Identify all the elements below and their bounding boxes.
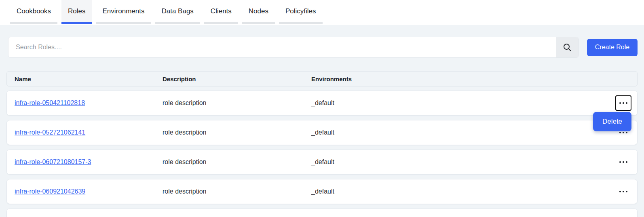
ellipsis-horizontal-icon [619, 191, 621, 192]
row-actions: Delete [615, 95, 631, 111]
role-environment: _default [311, 129, 615, 136]
tab-nodes[interactable]: Nodes [242, 0, 275, 24]
name-cell: infra-role-050421102818 [15, 99, 163, 107]
role-environment: _default [311, 188, 615, 195]
role-name-link[interactable]: infra-role-052721062141 [15, 129, 85, 136]
tab-label: Roles [68, 7, 85, 15]
role-description: role description [163, 188, 311, 195]
ellipsis-horizontal-icon [619, 102, 621, 104]
tab-bar: Cookbooks Roles Environments Data Bags C… [0, 0, 644, 25]
tab-label: Clients [211, 7, 232, 15]
create-role-button[interactable]: Create Role [587, 39, 638, 56]
search-bar [8, 37, 579, 58]
tab-label: Policyfiles [285, 7, 316, 15]
ellipsis-horizontal-icon [619, 161, 621, 163]
tab-roles[interactable]: Roles [61, 0, 92, 24]
row-actions [615, 154, 631, 170]
row-menu-button[interactable] [615, 95, 631, 111]
ellipsis-horizontal-icon [619, 132, 621, 133]
tab-list: Cookbooks Roles Environments Data Bags C… [10, 0, 323, 25]
delete-button[interactable]: Delete [593, 112, 631, 131]
tab-cookbooks[interactable]: Cookbooks [10, 0, 57, 24]
role-name-link[interactable]: infra-role-050421102818 [15, 99, 85, 106]
search-button[interactable] [556, 37, 579, 57]
name-cell: infra-role-060921042639 [15, 188, 163, 195]
row-actions [615, 184, 631, 199]
table-row: infra-role-050421102818 role description… [6, 91, 638, 116]
infra-server-details-page: Cookbooks Roles Environments Data Bags C… [0, 0, 644, 217]
tab-label: Cookbooks [17, 7, 51, 15]
tab-data-bags[interactable]: Data Bags [155, 0, 200, 24]
table-row: infra-role-060721080157-3 role descripti… [6, 150, 638, 175]
role-name-link[interactable]: infra-role-060721080157-3 [15, 158, 91, 165]
role-environment: _default [311, 158, 615, 166]
role-environment: _default [311, 99, 615, 107]
tab-policyfiles[interactable]: Policyfiles [279, 0, 323, 24]
table-header: Name Description Environments [6, 71, 638, 86]
tab-label: Environments [103, 7, 145, 15]
column-header-environments: Environments [311, 76, 637, 82]
tab-label: Data Bags [161, 7, 193, 15]
table-row-partial [6, 209, 638, 217]
tab-clients[interactable]: Clients [204, 0, 238, 24]
search-icon [563, 43, 572, 52]
table-row: infra-role-052721062141 role description… [6, 120, 638, 145]
tab-environments[interactable]: Environments [96, 0, 151, 24]
role-description: role description [163, 99, 311, 107]
row-menu-popup: Delete [593, 112, 631, 131]
column-header-description: Description [163, 76, 311, 82]
column-header-name: Name [15, 76, 163, 82]
role-description: role description [163, 158, 311, 166]
role-description: role description [163, 129, 311, 136]
role-name-link[interactable]: infra-role-060921042639 [15, 188, 85, 195]
tab-label: Nodes [249, 7, 268, 15]
toolbar: Create Role [6, 37, 638, 58]
roles-panel: Create Role Name Description Environment… [0, 37, 644, 217]
row-menu-button[interactable] [615, 184, 631, 199]
search-input[interactable] [8, 37, 556, 57]
table-row: infra-role-060921042639 role description… [6, 179, 638, 204]
roles-table: infra-role-050421102818 role description… [6, 91, 638, 204]
row-menu-button[interactable] [615, 154, 631, 170]
name-cell: infra-role-052721062141 [15, 129, 163, 136]
name-cell: infra-role-060721080157-3 [15, 158, 163, 166]
